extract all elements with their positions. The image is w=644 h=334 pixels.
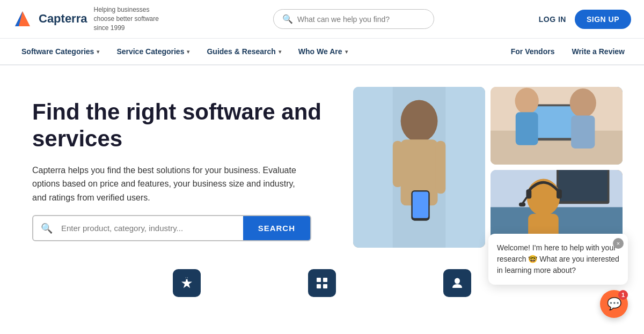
header-search-box[interactable]: 🔍 — [273, 9, 434, 29]
header-actions: LOG IN SIGN UP — [539, 10, 631, 29]
svg-rect-7 — [393, 141, 402, 187]
hero-search-icon: 🔍 — [33, 222, 53, 234]
chat-badge: 1 — [618, 290, 628, 297]
svg-point-23 — [527, 179, 560, 216]
svg-point-15 — [515, 88, 539, 114]
chat-container: × Welcome! I'm here to help with your re… — [488, 234, 628, 297]
header-search-area: 🔍 — [177, 9, 530, 29]
person-icon — [443, 269, 471, 297]
logo-area: Capterra Helping businesses choose bette… — [13, 5, 169, 32]
tagline: Helping businesses choose better softwar… — [93, 5, 169, 32]
nav-service-categories[interactable]: Service Categories ▾ — [108, 38, 198, 65]
hero-search-button[interactable]: SEARCH — [243, 216, 310, 240]
svg-rect-28 — [519, 203, 525, 206]
svg-rect-32 — [317, 278, 321, 282]
bottom-icon-grid — [308, 269, 336, 297]
svg-point-5 — [401, 100, 438, 142]
chat-message: Welcome! I'm here to help with your rese… — [497, 243, 619, 274]
hero-left: Find the right software and services Cap… — [32, 87, 332, 248]
hero-image-office — [491, 87, 623, 165]
svg-point-17 — [570, 88, 596, 117]
hero-title: Find the right software and services — [32, 99, 332, 153]
nav-for-vendors[interactable]: For Vendors — [504, 38, 561, 65]
hero-search-box[interactable]: 🔍 SEARCH — [32, 215, 311, 241]
chevron-down-icon: ▾ — [187, 49, 189, 55]
svg-rect-26 — [557, 189, 562, 198]
svg-point-36 — [455, 278, 460, 284]
main-nav: Software Categories ▾ Service Categories… — [0, 39, 644, 65]
chat-open-button[interactable]: 💬 1 — [600, 290, 628, 297]
hero-search-input[interactable] — [53, 216, 243, 240]
star-plus-icon — [173, 269, 201, 297]
svg-rect-16 — [516, 112, 538, 145]
hero-section: Find the right software and services Cap… — [0, 65, 644, 258]
svg-rect-22 — [559, 170, 608, 201]
logo-text: Capterra — [39, 12, 87, 26]
svg-rect-10 — [413, 192, 429, 218]
signup-button[interactable]: SIGN UP — [575, 10, 631, 29]
chat-close-button[interactable]: × — [613, 238, 624, 249]
svg-rect-18 — [571, 115, 595, 149]
chevron-down-icon: ▾ — [345, 49, 348, 55]
chevron-down-icon: ▾ — [279, 49, 281, 55]
login-button[interactable]: LOG IN — [539, 15, 566, 24]
svg-rect-35 — [323, 284, 327, 288]
nav-who-we-are[interactable]: Who We Are ▾ — [290, 38, 356, 65]
svg-rect-33 — [323, 278, 327, 282]
svg-rect-25 — [526, 189, 532, 198]
nav-left: Software Categories ▾ Service Categories… — [13, 38, 504, 65]
logo-icon — [13, 9, 32, 28]
grid-icon — [308, 269, 336, 297]
bottom-icon-person — [443, 269, 471, 297]
hero-images — [353, 87, 623, 248]
svg-rect-8 — [436, 141, 445, 194]
nav-guides-research[interactable]: Guides & Research ▾ — [198, 38, 289, 65]
header: Capterra Helping businesses choose bette… — [0, 0, 644, 39]
nav-software-categories[interactable]: Software Categories ▾ — [13, 38, 108, 65]
header-search-icon: 🔍 — [282, 14, 293, 24]
svg-rect-34 — [317, 284, 321, 288]
header-search-input[interactable] — [297, 15, 425, 24]
hero-description: Capterra helps you find the best solutio… — [32, 164, 311, 205]
chat-bubble: × Welcome! I'm here to help with your re… — [488, 234, 628, 285]
nav-write-review[interactable]: Write a Review — [565, 38, 631, 65]
chevron-down-icon: ▾ — [97, 49, 99, 55]
nav-right: For Vendors Write a Review — [504, 38, 631, 65]
hero-image-woman — [353, 87, 485, 248]
bottom-icon-favorites — [173, 269, 201, 297]
